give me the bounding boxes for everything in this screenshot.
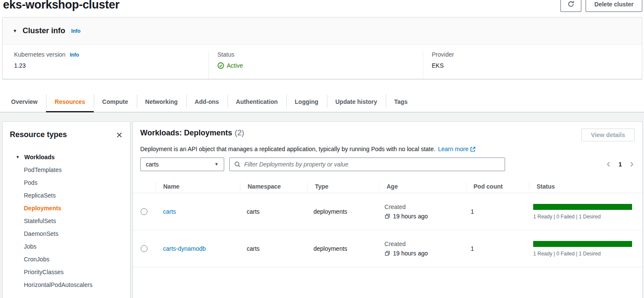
namespace-filter-value: carts (146, 161, 159, 168)
cluster-info-card: ▼ Cluster info Info Kubernetes versionIn… (2, 17, 642, 79)
cell-type: deployments (306, 208, 377, 215)
cell-status: 1 Ready | 0 Failed | 1 Desired (526, 241, 642, 257)
tab-logging[interactable]: Logging (286, 91, 327, 112)
kubernetes-version-info-link[interactable]: Info (70, 52, 79, 58)
row-radio[interactable] (141, 208, 147, 215)
check-circle-icon (217, 62, 224, 69)
cell-namespace: carts (239, 245, 306, 252)
cell-age: Created 19 hours ago (377, 203, 463, 220)
deployments-panel: Workloads: Deployments(2) View details D… (133, 121, 643, 298)
pod-status-text: 1 Ready | 0 Failed | 1 Desired (533, 251, 632, 257)
deployments-count: (2) (235, 129, 244, 137)
cell-pod-count: 1 (463, 245, 526, 252)
sidebar-item-priorityclasses[interactable]: PriorityClasses (3, 266, 130, 278)
deployments-table: Name Namespace Type Age Pod count Status… (133, 180, 642, 267)
header-namespace: Namespace (240, 180, 307, 193)
deployments-title: Workloads: Deployments(2) (140, 129, 244, 138)
deployments-description: Deployment is an API object that manages… (133, 146, 642, 152)
cluster-info-title: Cluster info (23, 26, 65, 35)
current-page[interactable]: 1 (618, 161, 622, 168)
sidebar-item-podtemplates[interactable]: PodTemplates (3, 163, 130, 176)
caret-down-icon: ▼ (16, 155, 20, 159)
tab-tags[interactable]: Tags (386, 91, 416, 112)
sidebar-item-statefulsets[interactable]: StatefulSets (3, 215, 130, 227)
cell-type: deployments (306, 245, 377, 252)
status-label: Status (217, 51, 423, 58)
header-status: Status (529, 180, 642, 193)
caret-down-icon[interactable]: ▼ (13, 29, 17, 33)
kubernetes-version-value: 1.23 (14, 62, 208, 69)
age-created-label: Created (384, 241, 463, 247)
copy-icon[interactable] (384, 250, 390, 256)
sidebar-item-jobs[interactable]: Jobs (3, 240, 130, 253)
header-name: Name (156, 180, 240, 193)
resource-types-header: Resource types (3, 122, 130, 142)
refresh-icon (567, 0, 575, 8)
cell-age: Created 19 hours ago (377, 241, 463, 257)
cluster-tabs: Overview Resources Compute Networking Ad… (0, 91, 644, 112)
pod-status-bar (533, 241, 632, 247)
provider-label: Provider (432, 51, 642, 58)
tab-resources[interactable]: Resources (46, 91, 94, 112)
status-active-text: Active (227, 62, 243, 69)
filter-row: carts ▼ 1 (133, 158, 642, 171)
tab-compute[interactable]: Compute (94, 91, 137, 112)
cell-status: 1 Ready | 0 Failed | 1 Desired (526, 204, 642, 220)
deployment-link[interactable]: carts (163, 208, 176, 215)
tab-authentication[interactable]: Authentication (228, 91, 286, 112)
sidebar-item-daemonsets[interactable]: DaemonSets (3, 227, 130, 240)
cluster-info-info-link[interactable]: Info (71, 28, 81, 34)
tab-update-history[interactable]: Update history (327, 91, 386, 112)
close-icon[interactable] (115, 130, 124, 140)
page-header: eks-workshop-cluster Delete cluster (0, 0, 644, 17)
sidebar-item-replicasets[interactable]: ReplicaSets (3, 189, 130, 202)
refresh-button[interactable] (560, 0, 581, 12)
status-field: Status Active (208, 51, 423, 79)
header-age: Age (379, 180, 466, 193)
row-radio[interactable] (141, 245, 147, 252)
pagination: 1 (606, 161, 635, 168)
copy-icon[interactable] (384, 213, 390, 219)
view-details-button[interactable]: View details (581, 129, 635, 141)
header-actions: Delete cluster (560, 0, 642, 12)
tab-networking[interactable]: Networking (137, 91, 186, 112)
chevron-left-icon[interactable] (606, 161, 612, 167)
table-row: carts-dynamodb carts deployments Created… (133, 230, 642, 267)
header-select-column (133, 180, 156, 193)
chevron-right-icon[interactable] (629, 161, 635, 167)
sidebar-item-cronjobs[interactable]: CronJobs (3, 253, 130, 266)
delete-cluster-button[interactable]: Delete cluster (586, 0, 642, 12)
namespace-filter-dropdown[interactable]: carts ▼ (140, 158, 224, 171)
tab-add-ons[interactable]: Add-ons (186, 91, 228, 112)
cluster-info-header[interactable]: ▼ Cluster info Info (3, 17, 642, 45)
resource-types-panel: Resource types ▼ Workloads PodTemplates … (2, 121, 130, 298)
external-link-icon (468, 146, 476, 152)
caret-down-icon: ▼ (214, 162, 219, 166)
provider-value: EKS (432, 62, 642, 69)
resource-types-tree: ▼ Workloads PodTemplates Pods ReplicaSet… (3, 151, 130, 291)
tree-group-workloads[interactable]: ▼ Workloads (3, 151, 130, 163)
table-row: carts carts deployments Created 19 hours… (133, 193, 642, 230)
search-box (229, 158, 505, 171)
age-value-text: 19 hours ago (393, 213, 428, 220)
pod-status-text: 1 Ready | 0 Failed | 1 Desired (533, 214, 632, 220)
tab-overview[interactable]: Overview (3, 91, 46, 112)
header-pod-count: Pod count (466, 180, 529, 193)
table-header-row: Name Namespace Type Age Pod count Status (133, 180, 642, 193)
resource-types-title: Resource types (10, 130, 67, 139)
pod-status-bar (533, 204, 632, 210)
cell-namespace: carts (239, 208, 306, 215)
sidebar-item-deployments[interactable]: Deployments (3, 202, 130, 215)
status-value: Active (217, 62, 423, 69)
search-icon (234, 161, 241, 168)
search-input[interactable] (244, 161, 500, 168)
age-created-label: Created (384, 203, 463, 210)
deployment-link[interactable]: carts-dynamodb (163, 245, 206, 252)
sidebar-item-pods[interactable]: Pods (3, 176, 130, 189)
provider-field: Provider EKS (423, 51, 642, 79)
sidebar-item-horizontalpodautoscalers[interactable]: HorizontalPodAutoscalers (3, 278, 130, 291)
age-value-text: 19 hours ago (393, 250, 428, 257)
cell-pod-count: 1 (463, 208, 526, 215)
learn-more-link[interactable]: Learn more (438, 146, 476, 152)
kubernetes-version-field: Kubernetes versionInfo 1.23 (3, 51, 208, 79)
